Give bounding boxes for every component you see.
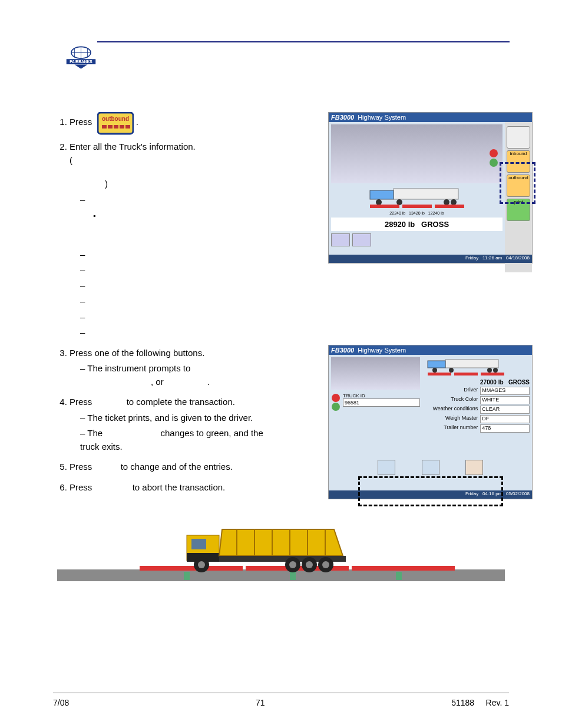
step3-sub1-post: . xyxy=(207,377,210,387)
weigh-master-value: DF xyxy=(480,415,530,423)
svg-point-18 xyxy=(432,368,437,373)
step-6: Press to abort the transaction. xyxy=(70,481,277,495)
sc2-brand: FB3000 xyxy=(331,347,354,354)
step2-sub1 xyxy=(80,193,277,246)
gross-label: GROSS xyxy=(421,220,449,229)
step2-sub6 xyxy=(80,311,277,324)
step4-sub2b: changes to green, and the truck exits. xyxy=(80,428,263,452)
gross-weight: 28920 lb xyxy=(385,220,415,229)
truck-scale-diagram xyxy=(364,186,470,209)
truck-id-label: TRUCK ID xyxy=(343,393,420,398)
svg-rect-28 xyxy=(108,125,113,129)
step3-sub1: The instrument prompts to , or . xyxy=(80,362,277,388)
svg-point-11 xyxy=(444,199,449,205)
svg-rect-33 xyxy=(140,566,243,571)
svg-rect-36 xyxy=(184,572,190,580)
svg-rect-17 xyxy=(428,361,445,368)
step2-sub4 xyxy=(80,279,277,293)
step2-paren-open: ( xyxy=(70,155,72,165)
svg-rect-32 xyxy=(57,569,505,581)
step4-pre: Press xyxy=(70,397,92,407)
edit-button[interactable] xyxy=(422,460,439,475)
svg-rect-13 xyxy=(370,205,399,208)
green-light-icon xyxy=(490,159,498,167)
svg-point-12 xyxy=(451,199,457,205)
step4-sub1: The ticket prints, and is given to the d… xyxy=(80,411,277,425)
sc1-day: Friday xyxy=(465,255,478,261)
driver-label: Driver xyxy=(425,387,480,395)
step3-sub1-pre: The instrument prompts to xyxy=(87,363,190,373)
units-button[interactable] xyxy=(352,233,371,246)
truck-photo xyxy=(331,124,503,183)
step-3: Press one of the following buttons. The … xyxy=(70,347,277,389)
svg-rect-7 xyxy=(394,189,458,199)
sc1-title: Highway System xyxy=(358,114,530,121)
svg-point-19 xyxy=(449,368,454,373)
red-light-icon xyxy=(332,394,340,402)
svg-point-20 xyxy=(487,368,492,373)
zero-button[interactable] xyxy=(331,233,350,246)
fairbanks-logo: FAIRBANKS xyxy=(65,41,97,75)
weigh-master-label: Weigh Master xyxy=(425,415,480,423)
step4-sub2a: The xyxy=(87,428,103,438)
svg-rect-29 xyxy=(114,125,118,129)
svg-point-57 xyxy=(322,561,329,568)
page-footer: 7/08 71 51188 Rev. 1 xyxy=(53,693,509,707)
svg-rect-8 xyxy=(370,190,394,199)
svg-rect-14 xyxy=(402,205,432,208)
svg-marker-42 xyxy=(219,529,343,556)
svg-rect-22 xyxy=(428,373,451,375)
svg-text:FAIRBANKS: FAIRBANKS xyxy=(70,60,92,64)
weather-value: CLEAR xyxy=(480,406,530,414)
sc2-date: 05/02/2008 xyxy=(506,491,530,496)
scale1-weight: 22240 lb xyxy=(389,211,405,215)
sc1-time: 11:26 am xyxy=(482,255,502,261)
callout-action-buttons xyxy=(358,476,503,506)
step1-pre: Press xyxy=(70,117,92,127)
svg-rect-27 xyxy=(102,125,107,129)
step2-sub2 xyxy=(80,248,277,262)
cancel-button[interactable] xyxy=(465,460,483,475)
green-light-icon xyxy=(332,403,340,411)
step2-paren-close: ) xyxy=(105,179,108,189)
svg-point-51 xyxy=(198,561,205,568)
svg-rect-37 xyxy=(290,572,296,580)
driver-value: MMAGES xyxy=(480,387,530,395)
sc2-gross-label: GROSS xyxy=(508,379,530,386)
svg-rect-30 xyxy=(120,125,124,129)
step3-text: Press one of the following buttons. xyxy=(70,348,204,358)
sc2-weight: 27000 lb xyxy=(480,379,503,386)
callout-outbound-button xyxy=(500,162,535,204)
weather-label: Weather conditions xyxy=(425,406,480,414)
red-light-icon xyxy=(490,149,498,157)
step6-pre: Press xyxy=(70,482,92,492)
footer-right: 51188 Rev. 1 xyxy=(451,698,509,707)
svg-rect-16 xyxy=(445,360,498,368)
step5-pre: Press xyxy=(70,462,92,472)
svg-rect-15 xyxy=(435,205,464,208)
truck-icon xyxy=(507,126,530,149)
header-rule xyxy=(97,41,510,42)
svg-rect-35 xyxy=(352,566,455,571)
sc1-brand: FB3000 xyxy=(331,114,354,121)
page-header: FAIRBANKS xyxy=(53,41,509,77)
svg-point-9 xyxy=(376,199,382,205)
svg-text:outbound: outbound xyxy=(101,116,128,122)
accept-button[interactable] xyxy=(378,460,395,475)
step-1: Press outbound . xyxy=(70,112,277,133)
svg-point-10 xyxy=(396,199,402,205)
svg-rect-23 xyxy=(454,373,478,375)
svg-point-55 xyxy=(306,561,313,568)
step-2: Enter all the Truck's information. ( ) xyxy=(70,140,277,340)
step2-sub7 xyxy=(80,326,277,340)
svg-rect-24 xyxy=(481,373,504,375)
svg-point-21 xyxy=(493,368,498,373)
step-4: Press to complete the transaction. The t… xyxy=(70,396,277,453)
truck-scale-diagram-small xyxy=(425,357,507,377)
svg-rect-38 xyxy=(396,572,402,580)
truck-id-value: 96581 xyxy=(343,398,420,407)
step5-post: to change and of the entries. xyxy=(121,462,233,472)
step2-sub1-bullet xyxy=(93,209,277,246)
dump-truck-illustration xyxy=(53,518,509,584)
scale2-weight: 13420 lb xyxy=(409,211,425,215)
